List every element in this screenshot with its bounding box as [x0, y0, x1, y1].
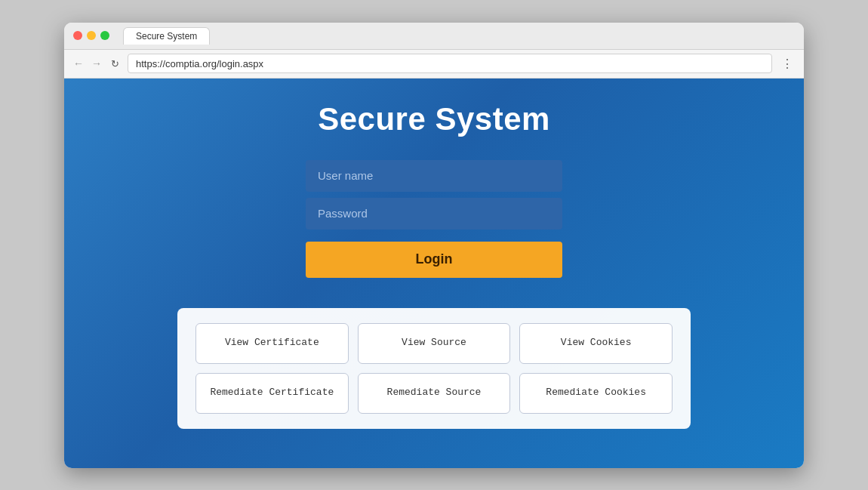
view-source-button[interactable]: View Source: [358, 323, 511, 364]
page-content: Secure System Login View Certificate Vie…: [64, 79, 804, 468]
close-button[interactable]: [73, 31, 82, 40]
more-icon: ⋮: [781, 57, 793, 70]
address-bar: ← → ↻ ⋮: [64, 50, 804, 79]
url-bar[interactable]: [128, 54, 772, 73]
browser-tab[interactable]: Secure System: [123, 27, 210, 45]
page-title: Secure System: [318, 101, 550, 137]
refresh-button[interactable]: ↻: [108, 57, 122, 70]
remediate-cookies-button[interactable]: Remediate Cookies: [519, 373, 673, 414]
browser-window: Secure System ← → ↻ ⋮ Secure System Logi: [64, 23, 804, 468]
refresh-icon: ↻: [111, 58, 119, 69]
forward-button[interactable]: →: [90, 57, 103, 70]
forward-icon: →: [91, 57, 102, 69]
username-input[interactable]: [306, 160, 562, 192]
view-cookies-button[interactable]: View Cookies: [519, 323, 673, 364]
back-button[interactable]: ←: [72, 57, 85, 70]
action-panel: View Certificate View Source View Cookie…: [177, 308, 691, 429]
password-input[interactable]: [306, 198, 562, 230]
action-grid: View Certificate View Source View Cookie…: [195, 323, 673, 414]
traffic-lights: [73, 31, 109, 40]
minimize-button[interactable]: [87, 31, 96, 40]
remediate-certificate-button[interactable]: Remediate Certificate: [195, 373, 349, 414]
nav-buttons: ← → ↻: [72, 57, 122, 70]
remediate-source-button[interactable]: Remediate Source: [358, 373, 511, 414]
tab-area: Secure System: [115, 27, 795, 45]
title-bar: Secure System: [64, 23, 804, 50]
login-form: Login: [306, 160, 562, 278]
tab-label: Secure System: [136, 31, 197, 42]
login-button[interactable]: Login: [306, 242, 562, 278]
browser-menu-button[interactable]: ⋮: [778, 57, 796, 71]
back-icon: ←: [73, 57, 84, 69]
maximize-button[interactable]: [100, 31, 109, 40]
view-certificate-button[interactable]: View Certificate: [195, 323, 349, 364]
